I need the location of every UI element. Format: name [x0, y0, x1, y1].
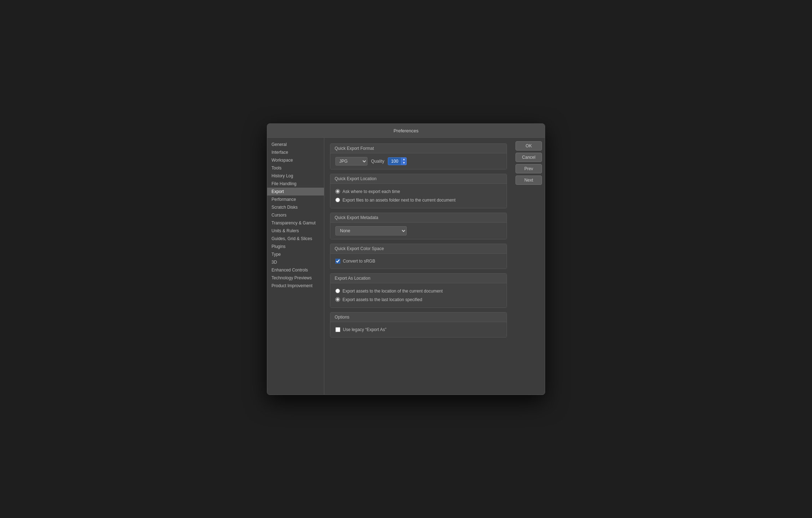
location-radio-2[interactable]	[335, 198, 340, 202]
sidebar-item-tools[interactable]: Tools	[267, 164, 324, 172]
quick-export-color-space-section: Quick Export Color Space Convert to sRGB	[330, 244, 507, 269]
sidebar-item-general[interactable]: General	[267, 141, 324, 148]
sidebar-item-type[interactable]: Type	[267, 250, 324, 258]
sidebar-item-3d[interactable]: 3D	[267, 258, 324, 266]
quality-input-wrap: ▲ ▼	[388, 157, 407, 165]
sidebar-item-guides-grid-slices[interactable]: Guides, Grid & Slices	[267, 235, 324, 243]
export-as-location-body: Export assets to the location of the cur…	[330, 283, 507, 308]
export-as-radio-1[interactable]	[335, 289, 340, 293]
dialog-titlebar: Preferences	[267, 124, 545, 138]
prev-button[interactable]: Prev	[516, 164, 542, 173]
quick-export-location-header: Quick Export Location	[330, 174, 507, 184]
location-radio-row-1: Ask where to export each time	[335, 187, 502, 196]
convert-srgb-checkbox[interactable]	[335, 259, 340, 264]
export-as-radio-2[interactable]	[335, 297, 340, 302]
legacy-export-checkbox[interactable]	[335, 327, 340, 332]
quick-export-format-section: Quick Export Format JPG PNG GIF PNG-8 Qu…	[330, 143, 507, 169]
sidebar-item-product-improvement[interactable]: Product Improvement	[267, 282, 324, 290]
quick-export-metadata-section: Quick Export Metadata None Copyright Onl…	[330, 213, 507, 239]
cancel-button[interactable]: Cancel	[516, 153, 542, 162]
dialog-title: Preferences	[394, 128, 418, 133]
quick-export-metadata-body: None Copyright Only All	[330, 223, 507, 239]
quick-export-format-header: Quick Export Format	[330, 144, 507, 153]
metadata-select[interactable]: None Copyright Only All	[335, 226, 407, 235]
ok-button[interactable]: OK	[516, 141, 542, 151]
sidebar-item-file-handling[interactable]: File Handling	[267, 180, 324, 188]
sidebar-item-enhanced-controls[interactable]: Enhanced Controls	[267, 266, 324, 274]
quality-input[interactable]	[388, 158, 401, 164]
quick-export-format-body: JPG PNG GIF PNG-8 Quality ▲ ▼	[330, 153, 507, 169]
location-radio-row-2: Export files to an assets folder next to…	[335, 196, 502, 204]
dialog-body: GeneralInterfaceWorkspaceToolsHistory Lo…	[267, 138, 545, 395]
options-header: Options	[330, 313, 507, 322]
options-body: Use legacy “Export As”	[330, 322, 507, 337]
main-content: Quick Export Format JPG PNG GIF PNG-8 Qu…	[324, 138, 513, 395]
export-as-radio-row-2: Export assets to the last location speci…	[335, 295, 502, 304]
sidebar-item-workspace[interactable]: Workspace	[267, 156, 324, 164]
quick-export-color-space-header: Quick Export Color Space	[330, 244, 507, 254]
convert-srgb-row: Convert to sRGB	[335, 257, 502, 265]
sidebar-item-transparency-gamut[interactable]: Transparency & Gamut	[267, 219, 324, 227]
sidebar-item-units-rulers[interactable]: Units & Rulers	[267, 227, 324, 235]
preferences-dialog: Preferences GeneralInterfaceWorkspaceToo…	[267, 123, 545, 395]
export-as-label-2[interactable]: Export assets to the last location speci…	[342, 297, 422, 302]
location-label-2[interactable]: Export files to an assets folder next to…	[342, 198, 456, 203]
sidebar-item-scratch-disks[interactable]: Scratch Disks	[267, 203, 324, 211]
export-as-location-header: Export As Location	[330, 274, 507, 283]
sidebar-item-cursors[interactable]: Cursors	[267, 211, 324, 219]
location-label-1[interactable]: Ask where to export each time	[342, 189, 400, 194]
quality-label: Quality	[371, 159, 384, 164]
convert-srgb-label[interactable]: Convert to sRGB	[343, 259, 375, 264]
sidebar: GeneralInterfaceWorkspaceToolsHistory Lo…	[267, 138, 324, 395]
options-section: Options Use legacy “Export As”	[330, 312, 507, 337]
quality-spinner: ▲ ▼	[401, 158, 406, 165]
quick-export-location-section: Quick Export Location Ask where to expor…	[330, 174, 507, 208]
export-as-label-1[interactable]: Export assets to the location of the cur…	[342, 289, 443, 294]
sidebar-item-technology-previews[interactable]: Technology Previews	[267, 274, 324, 282]
sidebar-item-interface[interactable]: Interface	[267, 148, 324, 156]
quick-export-metadata-header: Quick Export Metadata	[330, 213, 507, 223]
sidebar-item-plugins[interactable]: Plugins	[267, 243, 324, 250]
location-radio-1[interactable]	[335, 189, 340, 194]
quick-export-color-space-body: Convert to sRGB	[330, 254, 507, 269]
sidebar-item-history-log[interactable]: History Log	[267, 172, 324, 180]
format-row: JPG PNG GIF PNG-8 Quality ▲ ▼	[335, 157, 502, 166]
next-button[interactable]: Next	[516, 176, 542, 185]
quality-increment[interactable]: ▲	[401, 158, 406, 161]
quick-export-location-body: Ask where to export each time Export fil…	[330, 184, 507, 208]
legacy-export-label[interactable]: Use legacy “Export As”	[343, 327, 386, 332]
quality-decrement[interactable]: ▼	[401, 161, 406, 165]
legacy-export-row: Use legacy “Export As”	[335, 326, 502, 334]
export-as-location-section: Export As Location Export assets to the …	[330, 273, 507, 308]
export-as-radio-row-1: Export assets to the location of the cur…	[335, 287, 502, 295]
sidebar-item-performance[interactable]: Performance	[267, 195, 324, 203]
buttons-panel: OK Cancel Prev Next	[513, 138, 545, 395]
sidebar-item-export[interactable]: Export	[267, 188, 324, 195]
format-select[interactable]: JPG PNG GIF PNG-8	[335, 157, 367, 166]
